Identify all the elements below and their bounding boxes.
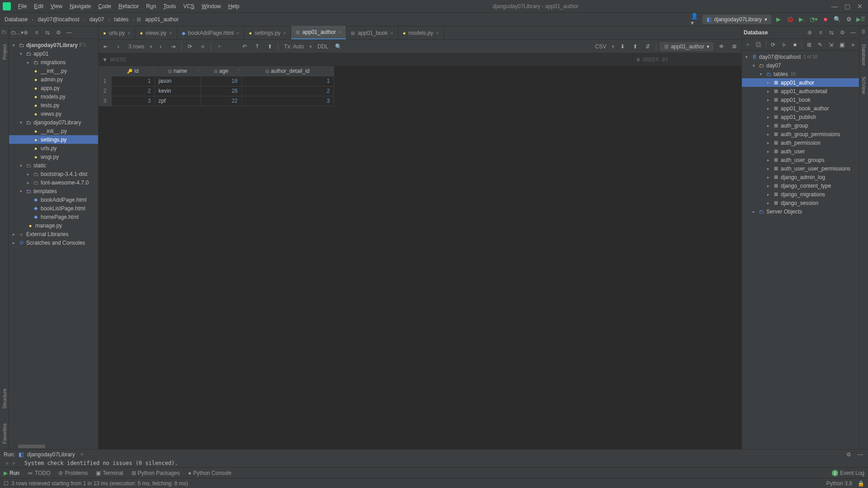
tab-settings[interactable]: ●settings.py× <box>244 27 291 39</box>
db-table[interactable]: ▸⊞app01_publish <box>742 113 859 121</box>
tab-bookadd[interactable]: ◆bookAddPage.html× <box>177 27 245 39</box>
menu-edit[interactable]: Edit <box>30 1 47 11</box>
table-row[interactable]: 11jason181 <box>99 76 334 86</box>
refresh-schema-icon[interactable]: ⟳ <box>769 40 777 49</box>
btab-run[interactable]: ▶Run <box>4 470 19 476</box>
profile-icon[interactable]: ◔▾ <box>809 15 818 24</box>
tree-views-py[interactable]: ●views.py <box>9 109 98 118</box>
tab-urls[interactable]: ●urls.py× <box>99 27 135 39</box>
expand-all-icon[interactable]: ≡ <box>33 29 41 36</box>
diagram-icon[interactable]: ⇲ <box>827 40 835 49</box>
menu-vcs[interactable]: VCS <box>179 1 198 11</box>
run-more-up-icon[interactable]: » <box>5 460 9 466</box>
db-table[interactable]: ▸⊞django_session <box>742 199 859 207</box>
edit-icon[interactable]: ✎ <box>816 40 824 49</box>
tab-close-icon[interactable]: × <box>283 30 286 36</box>
tree-pkg-urls[interactable]: ●urls.py <box>9 144 98 152</box>
db-hide-icon[interactable]: — <box>849 29 857 36</box>
db-server-objects[interactable]: ▸🗀Server Objects <box>742 207 859 216</box>
col-age[interactable]: ⊟age÷ <box>201 66 241 76</box>
orderby-input[interactable] <box>642 57 712 63</box>
menu-view[interactable]: View <box>47 1 66 11</box>
revert-icon[interactable]: ↶ <box>240 42 249 51</box>
tree-static[interactable]: ▾🗀static <box>9 161 98 170</box>
btab-pypackages[interactable]: ⊞Python Packages <box>132 470 180 476</box>
user-icon[interactable]: 👤▾ <box>691 15 700 24</box>
delete-row-icon[interactable]: － <box>227 42 236 51</box>
run-tab-close-icon[interactable]: × <box>80 451 84 458</box>
result-grid[interactable]: 🔑id÷ ⊟name÷ ⊟age÷ ⊟author_detail_id÷ 11j… <box>99 66 741 449</box>
last-page-icon[interactable]: ⇥ <box>169 42 178 51</box>
btab-todo[interactable]: ≔TODO <box>28 470 50 476</box>
tree-admin-py[interactable]: ●admin.py <box>9 75 98 84</box>
tree-tmpl-add[interactable]: ◆bookAddPage.html <box>9 195 98 204</box>
tree-init-py[interactable]: ●__init__.py <box>9 66 98 75</box>
db-refresh-icon[interactable]: ⊕ <box>806 29 814 36</box>
menu-navigate[interactable]: Navigate <box>66 1 94 11</box>
menu-file[interactable]: File <box>14 1 30 11</box>
where-input[interactable] <box>110 57 179 63</box>
gutter-favorites[interactable]: Favorites <box>2 422 7 445</box>
project-scroll-thumb[interactable] <box>18 445 45 448</box>
db-table[interactable]: ▸⊞app01_book_author <box>742 104 859 113</box>
tab-close-icon[interactable]: × <box>236 30 239 36</box>
table-row[interactable]: 22kevin282 <box>99 86 334 96</box>
tree-manage[interactable]: ●manage.py <box>9 221 98 230</box>
col-id[interactable]: 🔑id÷ <box>111 66 155 76</box>
menu-window[interactable]: Window <box>198 1 225 11</box>
sync-icon[interactable]: ⭍ <box>780 40 788 49</box>
db-table[interactable]: ▸⊞auth_user_groups <box>742 156 859 164</box>
first-page-icon[interactable]: ⇤ <box>101 42 110 51</box>
db-table[interactable]: ▸⊞app01_authordetail <box>742 87 859 95</box>
btab-pyconsole[interactable]: ●Python Console <box>188 470 231 476</box>
db-schema[interactable]: ▾🗀day07 <box>742 61 859 70</box>
table-row[interactable]: 33zpf223 <box>99 96 334 106</box>
commit-icon[interactable]: ⤒ <box>253 42 262 51</box>
tab-app01-author[interactable]: ⊞app01_author× <box>291 26 347 39</box>
menu-refactor[interactable]: Refactor <box>115 1 142 11</box>
db-table[interactable]: ▸⊞app01_book <box>742 95 859 104</box>
stop-icon[interactable]: ■ <box>821 15 830 24</box>
compare-icon[interactable]: ⇵ <box>643 42 652 51</box>
upload-icon[interactable]: ⬆ <box>631 42 640 51</box>
cwm-icon[interactable]: ▶⠿ <box>856 15 865 24</box>
tree-models-py[interactable]: ●models.py <box>9 92 98 101</box>
db-tables-folder[interactable]: ▾🗀tables15 <box>742 70 859 78</box>
crumb-table[interactable]: app01_author <box>143 15 180 24</box>
tx-mode[interactable]: Tx: Auto <box>282 43 306 50</box>
stop-sync-icon[interactable]: ■ <box>791 40 799 49</box>
crumb-datasource[interactable]: day07@localhost <box>36 15 81 24</box>
run-hide-icon[interactable]: — <box>856 451 864 458</box>
database-gutter-icon[interactable]: 🛢 <box>861 29 867 35</box>
tab-views[interactable]: ●views.py× <box>135 27 177 39</box>
stop-query-icon[interactable]: ■ <box>198 42 207 51</box>
gutter-structure[interactable]: Structure <box>2 387 7 411</box>
gutter-sciview[interactable]: SciView <box>861 75 867 96</box>
tree-templates[interactable]: ▾🗀templates <box>9 187 98 195</box>
tree-bootstrap[interactable]: ▸🗀bootstrap-3.4.1-dist <box>9 170 98 178</box>
project-view-selector[interactable]: 🗀...▾ <box>11 29 19 36</box>
tree-root[interactable]: ▾🗀djangoday07Library F:\ <box>9 41 98 49</box>
db-table-app01-author[interactable]: ▸⊞app01_author <box>742 78 859 87</box>
db-table[interactable]: ▸⊞django_migrations <box>742 190 859 199</box>
db-datasource[interactable]: ▾🛢day07@localhost1 of 10 <box>742 52 859 61</box>
tab-close-icon[interactable]: × <box>169 30 172 36</box>
tree-pkg-wsgi[interactable]: ●wsgi.py <box>9 152 98 161</box>
tree-apps-py[interactable]: ●apps.py <box>9 84 98 92</box>
menu-run[interactable]: Run <box>142 1 160 11</box>
table-selector[interactable]: ⊞app01_author▾ <box>660 43 713 51</box>
hide-panel-icon[interactable]: — <box>65 29 73 36</box>
gutter-database[interactable]: Database <box>861 43 867 67</box>
maximize-icon[interactable]: ▢ <box>841 3 854 10</box>
col-author-detail-id[interactable]: ⊟author_detail_id÷ <box>241 66 334 76</box>
tab-models[interactable]: ●models.py× <box>398 27 444 39</box>
search-everywhere-icon[interactable]: 🔍 <box>833 15 842 24</box>
db-table[interactable]: ▸⊞auth_group <box>742 121 859 130</box>
jump-to-console-icon[interactable]: ⊞ <box>805 40 813 49</box>
tab-close-icon[interactable]: × <box>339 29 341 35</box>
tree-tests-py[interactable]: ●tests.py <box>9 101 98 109</box>
tab-close-icon[interactable]: × <box>436 30 439 36</box>
tree-migrations[interactable]: ▸🗀migrations <box>9 58 98 66</box>
tree-fontawesome[interactable]: ▸🗀font-awesome-4.7.0 <box>9 178 98 187</box>
view-settings-icon[interactable]: ⚙ <box>730 42 739 51</box>
